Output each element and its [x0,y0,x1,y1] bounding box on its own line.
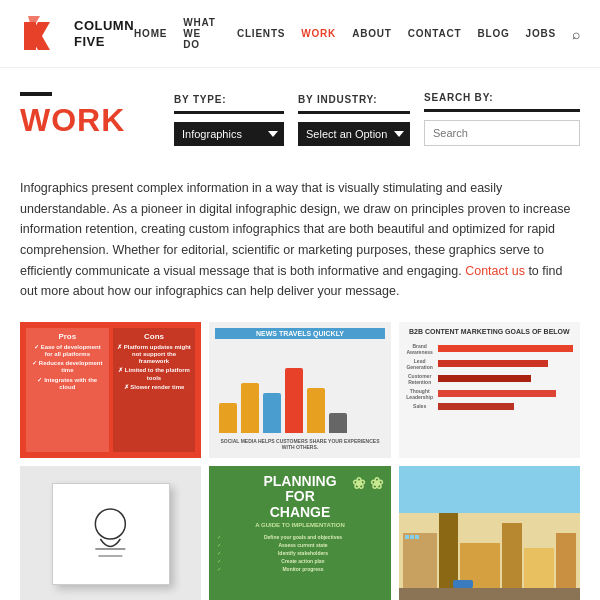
logo-icon [20,12,64,56]
filter-industry-label: BY INDUSTRY: [298,94,410,105]
search-button[interactable]: ⌕ [572,26,580,42]
nav-about[interactable]: ABOUT [352,28,392,39]
logo-text: COLUMN FIVE [74,18,134,49]
filter-industry-select[interactable]: Select an Option Technology Healthcare F… [298,122,410,146]
filters: BY TYPE: Infographics Videos Interactive… [174,92,580,146]
work-bar [20,92,52,96]
nav-home[interactable]: HOME [134,28,167,39]
nav-clients[interactable]: CLIENTS [237,28,285,39]
search-input[interactable] [424,120,580,146]
gallery-item-3[interactable]: B2B CONTENT MARKETING GOALS OF BELOW Bra… [399,322,580,458]
work-gallery: Pros ✓ Ease of development for all platf… [0,322,600,600]
nav-what-we-do[interactable]: WHAT WE DO [183,17,221,50]
gallery-item-2[interactable]: NEWS TRAVELS QUICKLY SOCIAL MEDIA HELPS … [209,322,390,458]
svg-point-3 [96,509,126,539]
nav-blog[interactable]: BLOG [477,28,509,39]
page-title: WORK [20,102,125,139]
gallery-item-5[interactable]: PLANNINGFORCHANGE A GUIDE TO IMPLEMENTAT… [209,466,390,600]
filter-type-bar [174,111,284,114]
logo[interactable]: COLUMN FIVE [20,12,134,56]
nav-work[interactable]: WORK [301,28,336,39]
filter-industry-bar [298,111,410,114]
filter-search-bar [424,109,580,112]
work-section: WORK BY TYPE: Infographics Videos Intera… [0,68,600,178]
filter-type-label: BY TYPE: [174,94,284,105]
filter-search: SEARCH BY: [424,92,580,146]
filter-by-industry: BY INDUSTRY: Select an Option Technology… [298,94,410,146]
filter-by-type: BY TYPE: Infographics Videos Interactive… [174,94,284,146]
work-label: WORK [20,92,125,139]
filter-search-label: SEARCH BY: [424,92,580,103]
gallery-item-4[interactable] [20,466,201,600]
main-nav: HOME WHAT WE DO CLIENTS WORK ABOUT CONTA… [134,17,580,50]
work-title-area: WORK BY TYPE: Infographics Videos Intera… [20,92,580,146]
gallery-item-1[interactable]: Pros ✓ Ease of development for all platf… [20,322,201,458]
work-description: Infographics present complex information… [0,178,600,322]
contact-link[interactable]: Contact us [465,264,525,278]
site-header: COLUMN FIVE HOME WHAT WE DO CLIENTS WORK… [0,0,600,68]
gallery-item-6[interactable] [399,466,580,600]
filter-type-select[interactable]: Infographics Videos Interactive Print [174,122,284,146]
nav-contact[interactable]: CONTACT [408,28,462,39]
nav-jobs[interactable]: JOBS [526,28,556,39]
